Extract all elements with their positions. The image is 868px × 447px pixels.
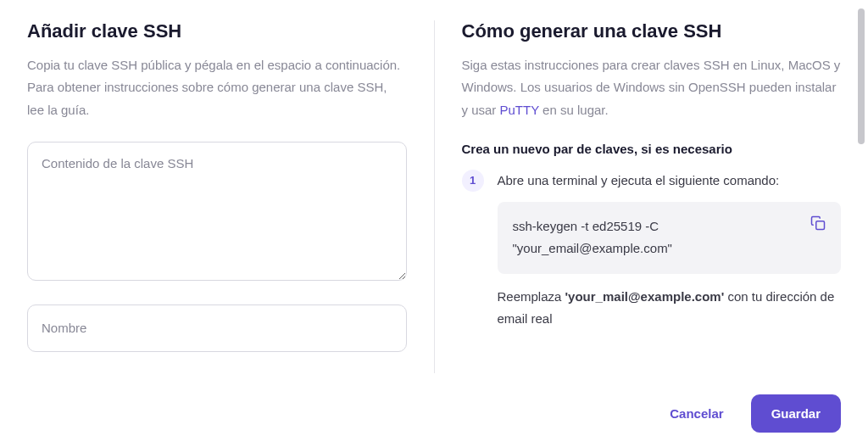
ssh-name-input[interactable]: [27, 305, 407, 352]
step-content: Abre una terminal y ejecuta el siguiente…: [498, 170, 842, 330]
replace-note: Reemplaza 'your_mail@example.com' con tu…: [498, 286, 842, 331]
dialog-footer: Cancelar Guardar: [0, 379, 868, 447]
create-keypair-subheading: Crea un nuevo par de claves, si es neces…: [462, 142, 842, 156]
cancel-button[interactable]: Cancelar: [663, 396, 730, 431]
scrollbar-track[interactable]: [858, 8, 865, 348]
copy-icon[interactable]: [810, 215, 826, 237]
add-ssh-panel: Añadir clave SSH Copia tu clave SSH públ…: [27, 20, 434, 373]
description-text-post: en su lugar.: [539, 103, 609, 117]
replace-bold: 'your_mail@example.com': [565, 289, 725, 304]
dialog-body: Añadir clave SSH Copia tu clave SSH públ…: [0, 0, 868, 373]
replace-pre: Reemplaza: [498, 289, 565, 304]
save-button[interactable]: Guardar: [751, 394, 841, 433]
generate-ssh-panel: Cómo generar una clave SSH Siga estas in…: [434, 20, 842, 373]
step-1: 1 Abre una terminal y ejecuta el siguien…: [462, 170, 842, 330]
scrollbar-thumb[interactable]: [858, 8, 865, 144]
generate-ssh-title: Cómo generar una clave SSH: [462, 20, 842, 42]
code-text: ssh-keygen -t ed25519 -C "your_email@exa…: [513, 215, 801, 260]
step-number-badge: 1: [462, 170, 484, 192]
code-block: ssh-keygen -t ed25519 -C "your_email@exa…: [498, 202, 842, 274]
add-ssh-title: Añadir clave SSH: [27, 20, 407, 42]
ssh-content-input[interactable]: [27, 142, 407, 281]
step-1-text: Abre una terminal y ejecuta el siguiente…: [498, 170, 842, 192]
putty-link[interactable]: PuTTY: [500, 103, 539, 117]
generate-ssh-description: Siga estas instrucciones para crear clav…: [462, 54, 842, 121]
svg-rect-0: [816, 221, 825, 230]
add-ssh-description: Copia tu clave SSH pública y pégala en e…: [27, 54, 407, 121]
